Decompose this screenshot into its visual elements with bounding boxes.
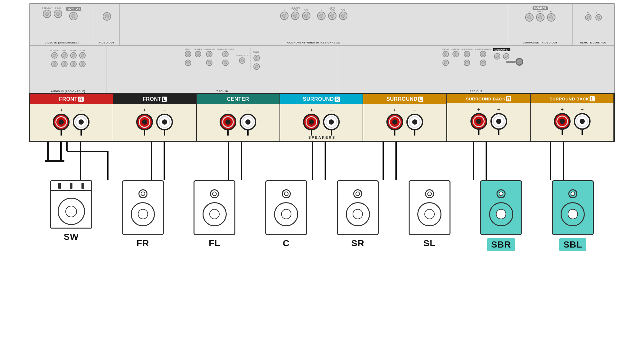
fl-tweeter bbox=[210, 189, 219, 198]
surround-back-r-minus-terminal: − bbox=[490, 107, 507, 135]
comp-y1-jack bbox=[280, 12, 289, 20]
sr-speaker-unit: SR bbox=[337, 180, 379, 249]
main-container: 1 CBL/SAT 2 DVD MONITOR VIDEO IN (ASSIGN… bbox=[0, 0, 644, 348]
fr-label: FR bbox=[137, 238, 149, 249]
7ch-in-section: FRONT CENTER SURROUND bbox=[107, 46, 338, 93]
center-minus-terminal: − bbox=[240, 107, 256, 136]
fr-speaker-unit: FR bbox=[122, 180, 164, 249]
full-layout: 1 CBL/SAT 2 DVD MONITOR VIDEO IN (ASSIGN… bbox=[16, 3, 628, 258]
7ch-in-label: 7.1CH IN bbox=[216, 90, 228, 93]
front-l-minus-body bbox=[156, 114, 173, 130]
c-speaker-box bbox=[265, 180, 307, 235]
sub-woofer bbox=[58, 198, 85, 225]
surround-l-minus-terminal: − bbox=[406, 107, 423, 136]
surround-r-channel: SURROUND R + − bbox=[280, 94, 364, 141]
comp-out-y-jack bbox=[525, 13, 534, 22]
sub-vent-3 bbox=[81, 183, 84, 189]
comp-video-in-label: COMPONENT VIDEO IN (ASSIGNABLE) bbox=[287, 41, 340, 44]
fl-woofer bbox=[203, 202, 227, 226]
remote-control-label: REMOTE CONTROL bbox=[580, 41, 607, 44]
fr-woofer bbox=[131, 202, 155, 226]
sub-top bbox=[51, 181, 91, 191]
sbl-woofer bbox=[561, 202, 585, 226]
surround-r-plus-body bbox=[303, 114, 320, 130]
fl-speaker-box bbox=[194, 180, 235, 235]
surround-back-r-plus-terminal: + bbox=[470, 107, 487, 135]
comp-out-pb-jack bbox=[536, 13, 545, 22]
comp-video-in-section: 1 CBL/SAT Y Pb/Cb bbox=[120, 4, 508, 45]
fr-speaker-box bbox=[122, 180, 164, 235]
comp-out-pr-jack bbox=[547, 13, 555, 22]
front-l-minus-terminal: − bbox=[156, 107, 173, 136]
front-r-terminals: + − bbox=[53, 104, 90, 137]
c-speaker-unit: C bbox=[265, 180, 307, 249]
surround-back-r-channel: SURROUND BACK R + − bbox=[447, 94, 531, 141]
sw-label: SW bbox=[64, 232, 79, 242]
remote-control-section: IN OUT REMOTE CONTROL bbox=[573, 4, 614, 45]
sbr-speaker-box bbox=[480, 180, 522, 235]
comp-out-monitor-badge: MONITOR bbox=[533, 6, 548, 10]
audio-in-dvd-l bbox=[61, 52, 68, 59]
cbl-sat-jack bbox=[43, 10, 51, 18]
center-label: CENTER bbox=[197, 94, 279, 104]
surround-back-l-terminals: + − bbox=[554, 103, 591, 136]
front-l-badge: L bbox=[162, 97, 167, 102]
monitor-jack bbox=[69, 12, 78, 20]
pre-out-label: PRE OUT bbox=[470, 90, 482, 93]
front-l-plus-body bbox=[136, 114, 153, 130]
video-in-label: VIDEO IN (ASSIGNABLE) bbox=[45, 41, 79, 44]
surround-back-l-badge: L bbox=[590, 96, 594, 101]
center-plus-terminal: + bbox=[220, 107, 236, 136]
surround-back-r-terminals: + − bbox=[470, 103, 507, 136]
comp-video-out-section: MONITOR Y Pb/Cb Pr/Cr bbox=[508, 4, 573, 45]
surround-back-r-badge: R bbox=[506, 96, 512, 101]
surround-back-l-plus-terminal: + bbox=[554, 107, 571, 135]
surround-l-label: SURROUND L bbox=[363, 94, 446, 104]
surround-l-terminals: + − bbox=[386, 104, 423, 137]
wires-svg bbox=[29, 142, 615, 180]
comp-video-out-label: COMPONENT VIDEO OUT bbox=[523, 41, 558, 44]
audio-in-cd-r bbox=[79, 61, 86, 67]
sr-label: SR bbox=[351, 238, 365, 249]
cbl-sat-label: 1 CBL/SAT bbox=[42, 7, 52, 9]
center-minus-body bbox=[240, 114, 256, 130]
surround-back-l-plus-body bbox=[554, 113, 571, 130]
video-in-section: 1 CBL/SAT 2 DVD MONITOR VIDEO IN (ASSIGN… bbox=[30, 4, 94, 45]
receiver-row2: 1 CBL/SAT 2 DVD bbox=[30, 46, 614, 93]
comp-pb2-jack bbox=[328, 12, 336, 20]
c-label: C bbox=[283, 238, 289, 249]
sl-tweeter bbox=[425, 189, 434, 198]
audio-in-section: 1 CBL/SAT 2 DVD bbox=[30, 46, 107, 93]
surround-r-plus-terminal: + bbox=[303, 107, 320, 136]
front-l-label: FRONT L bbox=[113, 94, 196, 104]
surround-r-badge: R bbox=[335, 97, 340, 102]
surround-back-l-channel: SURROUND BACK L + − bbox=[531, 94, 614, 141]
dvd-jack bbox=[54, 10, 62, 18]
front-l-plus-terminal: + bbox=[136, 107, 153, 136]
sbl-speaker-box bbox=[552, 180, 594, 235]
sbl-label: SBL bbox=[559, 238, 586, 251]
speaker-terminals-panel: FRONT R + − bbox=[29, 93, 615, 142]
receiver-back-panel: 1 CBL/SAT 2 DVD MONITOR VIDEO IN (ASSIGN… bbox=[29, 3, 615, 93]
comp-pr1-jack bbox=[302, 12, 310, 20]
sbr-tweeter bbox=[497, 189, 506, 198]
receiver-row1: 1 CBL/SAT 2 DVD MONITOR VIDEO IN (ASSIGN… bbox=[30, 4, 614, 46]
sr-woofer bbox=[346, 202, 370, 226]
surround-l-plus-body bbox=[386, 114, 403, 130]
front-r-minus-body bbox=[73, 114, 90, 130]
surround-back-l-minus-terminal: − bbox=[574, 107, 591, 135]
surround-back-r-minus-body bbox=[490, 113, 507, 130]
center-terminals: + − bbox=[220, 104, 256, 137]
front-l-channel: FRONT L + − bbox=[113, 94, 197, 141]
video-out-label: VIDEO OUT bbox=[99, 41, 115, 44]
c-woofer bbox=[274, 202, 298, 226]
surround-back-r-plus-body bbox=[470, 113, 487, 130]
front-l-terminals: + − bbox=[136, 104, 173, 137]
audio-in-cbl-l bbox=[51, 52, 58, 59]
front-r-label: FRONT R bbox=[30, 94, 113, 104]
sr-tweeter bbox=[353, 189, 362, 198]
surround-r-label: SURROUND R bbox=[280, 94, 363, 104]
audio-in-dvd-r bbox=[61, 61, 68, 67]
sbr-woofer bbox=[489, 202, 513, 226]
video-out-section: VIDEO OUT bbox=[94, 4, 120, 45]
